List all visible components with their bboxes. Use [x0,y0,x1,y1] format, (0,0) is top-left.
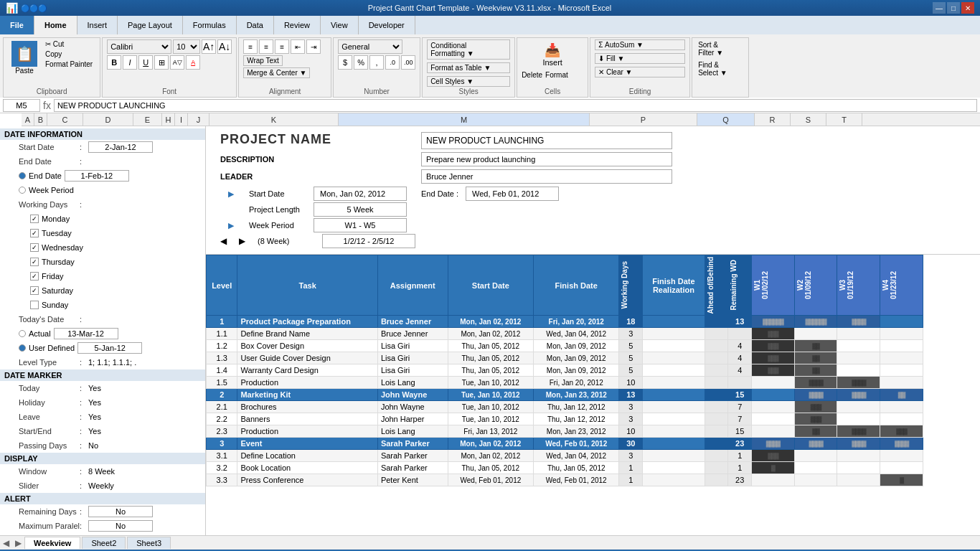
col-q[interactable]: Q [697,113,755,126]
sheet-tab-2[interactable]: Sheet2 [82,537,126,549]
sheet-tab-weekview[interactable]: Weekview [24,537,80,549]
tab-scroll-left[interactable]: ◀ [0,538,12,548]
tab-data[interactable]: Data [237,16,274,34]
start-date-cell: Tue, Jan 10, 2012 [448,377,533,389]
cut-button[interactable]: ✂ Cut [42,39,95,49]
right-panel: PROJECT NAME DESCRIPTION LEADER [206,126,980,535]
insert-button[interactable]: 📥 Insert [522,39,583,70]
align-center-btn[interactable]: ≡ [259,39,273,54]
cell-reference-input[interactable] [3,99,40,112]
task-cell: Define Brand Name [237,328,377,340]
italic-button[interactable]: I [123,55,137,70]
cell-styles-btn[interactable]: Cell Styles ▼ [427,76,510,87]
increase-font-btn[interactable]: A↑ [202,39,216,54]
col-s[interactable]: S [791,113,826,126]
increase-decimal-btn[interactable]: .00 [401,55,415,70]
description-input[interactable] [421,152,672,166]
col-r[interactable]: R [755,113,791,126]
maximize-btn[interactable]: □ [947,2,960,14]
tab-scroll-right[interactable]: ▶ [12,538,24,548]
percent-btn[interactable]: % [354,55,368,70]
user-defined-date-input[interactable] [77,342,142,354]
window-controls[interactable]: — □ ✕ [933,2,974,14]
tuesday-checkbox[interactable] [30,229,39,237]
leader-input[interactable] [421,169,672,184]
font-name-select[interactable]: Calibri [107,39,171,54]
wednesday-checkbox[interactable] [30,243,39,252]
col-k[interactable]: K [209,113,339,126]
finish-date-cell: Wed, Jan 04, 2012 [534,450,619,462]
font-size-select[interactable]: 10 [173,39,200,54]
increase-indent-btn[interactable]: ⇥ [306,39,321,54]
col-j[interactable]: J [188,113,209,126]
actual-date-input[interactable] [54,328,118,339]
find-select-button[interactable]: Find &Select ▼ [697,60,744,78]
col-m[interactable]: M [339,113,590,126]
number-format-select[interactable]: General [338,39,402,54]
sort-filter-button[interactable]: Sort &Filter ▼ [697,39,744,58]
delete-button[interactable]: Delete [522,71,542,79]
user-defined-radio[interactable] [19,344,26,352]
sheet-tab-3[interactable]: Sheet3 [127,537,171,549]
remaining-days-input[interactable] [88,506,153,517]
saturday-checkbox[interactable] [30,286,39,295]
minimize-btn[interactable]: — [933,2,946,14]
bold-button[interactable]: B [107,55,121,70]
tab-page-layout[interactable]: Page Layout [118,16,183,34]
start-date-input[interactable] [88,141,153,153]
clear-button[interactable]: ✕ Clear ▼ [595,67,685,77]
autosum-button[interactable]: Σ AutoSum ▼ [595,39,685,50]
end-date-input[interactable] [65,170,129,182]
paste-button[interactable]: 📋 Paste [8,39,41,76]
column-headers: A B C D E H I J K M P Q R S T [22,113,980,126]
align-left-btn[interactable]: ≡ [243,39,258,54]
underline-button[interactable]: U [138,55,153,70]
copy-button[interactable]: Copy [42,50,95,59]
wrap-text-button[interactable]: Wrap Text [243,55,283,66]
sunday-checkbox[interactable] [30,301,39,309]
tab-insert[interactable]: Insert [77,16,118,34]
decrease-decimal-btn[interactable]: .0 [385,55,400,70]
conditional-formatting-btn[interactable]: ConditionalFormatting ▼ [427,39,510,60]
max-parallel-input[interactable] [88,520,153,532]
tab-view[interactable]: View [321,16,359,34]
thursday-checkbox[interactable] [30,258,39,266]
format-button[interactable]: Format [545,71,568,79]
tab-file[interactable]: File [0,16,34,34]
currency-btn[interactable]: $ [338,55,352,70]
col-p[interactable]: P [590,113,697,126]
col-e[interactable]: E [133,113,162,126]
comma-btn[interactable]: , [369,55,384,70]
project-name-input[interactable] [421,132,672,149]
align-right-btn[interactable]: ≡ [275,39,289,54]
tab-developer[interactable]: Developer [359,16,415,34]
font-color-button[interactable]: A [186,55,200,70]
col-d[interactable]: D [83,113,133,126]
col-h[interactable]: H [162,113,175,126]
next-range-btn[interactable]: ▶ [239,236,250,246]
close-btn[interactable]: ✕ [961,2,974,14]
week-period-radio[interactable] [19,187,26,194]
col-i[interactable]: I [175,113,188,126]
col-b[interactable]: B [34,113,47,126]
col-a[interactable]: A [22,113,34,126]
border-button[interactable]: ⊞ [154,55,169,70]
format-painter-button[interactable]: Format Painter [42,60,95,69]
decrease-indent-btn[interactable]: ⇤ [291,39,305,54]
tab-home[interactable]: Home [34,16,77,34]
fill-color-button[interactable]: A▽ [170,55,184,70]
tab-review[interactable]: Review [274,16,321,34]
col-t[interactable]: T [826,113,862,126]
prev-range-btn[interactable]: ◀ [220,236,232,246]
monday-checkbox[interactable] [30,215,39,223]
formula-input[interactable] [54,99,977,112]
end-date-radio[interactable] [19,172,26,179]
tab-formulas[interactable]: Formulas [183,16,237,34]
friday-checkbox[interactable] [30,272,39,281]
col-c[interactable]: C [47,113,83,126]
fill-button[interactable]: ⬇ Fill ▼ [595,53,685,64]
decrease-font-btn[interactable]: A↓ [217,39,232,54]
format-table-btn[interactable]: Format as Table ▼ [427,62,510,73]
merge-center-button[interactable]: Merge & Center ▼ [243,67,310,78]
actual-radio[interactable] [19,330,26,337]
